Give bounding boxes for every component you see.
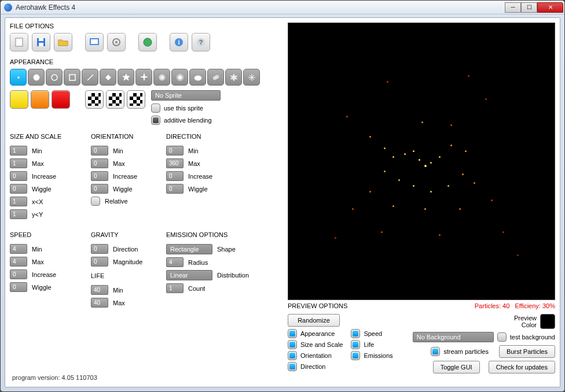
emission-shape-select[interactable]: Rectangle (166, 244, 212, 254)
rand-appearance-checkbox[interactable] (288, 329, 297, 338)
orientation-relative-checkbox[interactable] (91, 197, 100, 206)
rand-speed-checkbox[interactable] (351, 329, 360, 338)
speed-increase-input[interactable]: 0 (10, 269, 27, 279)
help-button[interactable]: ? (192, 33, 210, 51)
preview-viewport[interactable] (288, 23, 555, 300)
svg-point-22 (195, 76, 201, 80)
direction-header: DIRECTION (166, 133, 230, 140)
life-max-input[interactable]: 40 (91, 298, 108, 308)
size-increase-input[interactable]: 0 (10, 171, 27, 181)
shape-smoke-button[interactable] (207, 69, 224, 86)
emission-distribution-select[interactable]: Linear (166, 270, 212, 280)
emission-radius-input[interactable]: 4 (166, 257, 184, 267)
direction-max-label: Max (188, 160, 200, 167)
shape-line-button[interactable] (82, 69, 98, 86)
alpha-swatch-3[interactable] (127, 90, 145, 109)
color-swatch-1[interactable] (10, 90, 28, 109)
rand-life-checkbox[interactable] (351, 340, 360, 349)
toggle-gui-button[interactable]: Toggle GUI (433, 361, 480, 373)
svg-rect-4 (90, 39, 98, 45)
toolbar-spacer (76, 33, 82, 51)
shape-disc-button[interactable] (28, 69, 45, 86)
speed-min-input[interactable]: 4 (10, 244, 27, 254)
orientation-max-label: Max (113, 160, 125, 167)
size-xx-input[interactable]: 1 (10, 197, 27, 206)
shape-square-button[interactable] (64, 69, 80, 86)
test-background-checkbox[interactable] (497, 332, 507, 342)
emission-distribution-label: Distribution (217, 272, 249, 279)
direction-wiggle-input[interactable]: 0 (166, 184, 184, 194)
svg-rect-15 (69, 75, 75, 80)
alpha-swatch-1[interactable] (85, 90, 104, 109)
rand-orientation-checkbox[interactable] (288, 351, 297, 360)
test-background-label: test background (510, 334, 555, 341)
orientation-min-input[interactable]: 0 (91, 146, 108, 156)
background-field[interactable]: No Background (413, 332, 494, 342)
rand-orientation-label: Orientation (300, 352, 332, 359)
right-panel: PREVIEW OPTIONS Particles: 40 Efficieny:… (288, 23, 555, 382)
settings-button[interactable] (107, 33, 126, 51)
additive-blending-label: additive blending (164, 117, 212, 124)
size-xx-label: x<X (32, 198, 43, 205)
additive-blending-checkbox[interactable] (151, 116, 160, 125)
rand-size-checkbox[interactable] (288, 340, 297, 349)
new-file-button[interactable] (10, 33, 28, 51)
gravity-magnitude-input[interactable]: 0 (91, 257, 108, 267)
orientation-wiggle-input[interactable]: 0 (91, 184, 108, 194)
gravity-direction-input[interactable]: 0 (91, 244, 108, 254)
left-panel: FILE OPTIONS i ? APPEARANCE (10, 23, 279, 382)
speed-max-input[interactable]: 4 (10, 257, 27, 267)
emission-header: EMISSION OPTIONS (166, 231, 259, 238)
color-swatch-2[interactable] (31, 90, 49, 109)
shape-spark-button[interactable] (135, 69, 152, 86)
save-button[interactable] (32, 33, 50, 51)
shape-cloud-button[interactable] (189, 69, 206, 86)
rand-appearance-label: Appearance (300, 330, 335, 337)
maximize-button[interactable]: ☐ (521, 2, 537, 13)
open-button[interactable] (54, 33, 72, 51)
size-min-input[interactable]: 1 (10, 146, 27, 156)
shape-star-button[interactable] (118, 69, 134, 86)
use-sprite-checkbox[interactable] (151, 103, 160, 113)
orientation-max-input[interactable]: 0 (91, 158, 108, 168)
direction-max-input[interactable]: 360 (166, 158, 184, 168)
rand-direction-label: Direction (300, 363, 325, 370)
emission-count-input[interactable]: 1 (166, 283, 184, 293)
sprite-field[interactable]: No Sprite (151, 90, 221, 101)
life-min-input[interactable]: 40 (91, 285, 108, 295)
speed-wiggle-input[interactable]: 0 (10, 282, 27, 292)
rand-direction-checkbox[interactable] (288, 362, 297, 371)
size-yy-input[interactable]: 1 (10, 209, 27, 219)
svg-rect-17 (105, 75, 110, 79)
emission-shape-label: Shape (217, 246, 236, 253)
minimize-button[interactable]: ─ (505, 2, 521, 13)
orientation-increase-input[interactable]: 0 (91, 171, 108, 181)
size-wiggle-input[interactable]: 0 (10, 184, 27, 194)
shape-glow-button[interactable] (171, 69, 188, 86)
alpha-swatch-2[interactable] (106, 90, 124, 109)
svg-point-21 (178, 76, 182, 79)
shape-flare-button[interactable] (153, 69, 170, 86)
stream-particles-checkbox[interactable] (431, 347, 440, 356)
burst-particles-button[interactable]: Burst Particles (499, 345, 555, 358)
size-max-input[interactable]: 1 (10, 158, 27, 168)
shape-explosion-button[interactable] (225, 69, 242, 86)
direction-min-input[interactable]: 0 (166, 146, 184, 156)
preview-color-swatch[interactable] (540, 314, 555, 329)
randomize-button[interactable]: Randomize (288, 314, 340, 327)
shape-snow-button[interactable] (243, 69, 260, 86)
check-updates-button[interactable]: Check for updates (489, 361, 555, 373)
titlebar: Aerohawk Effects 4 ─ ☐ ✕ (1, 1, 564, 14)
shape-ring-button[interactable] (46, 69, 63, 86)
display-button[interactable] (85, 33, 104, 51)
close-button[interactable]: ✕ (537, 2, 563, 13)
direction-increase-label: Increase (188, 173, 212, 180)
shape-pixel-button[interactable] (10, 69, 27, 86)
info-button[interactable]: i (170, 33, 188, 51)
shape-diamond-button[interactable] (100, 69, 116, 86)
emission-radius-label: Radius (188, 259, 208, 266)
web-button[interactable] (138, 33, 157, 51)
color-swatch-3[interactable] (52, 90, 70, 109)
direction-increase-input[interactable]: 0 (166, 171, 184, 181)
rand-emissions-checkbox[interactable] (351, 351, 360, 360)
